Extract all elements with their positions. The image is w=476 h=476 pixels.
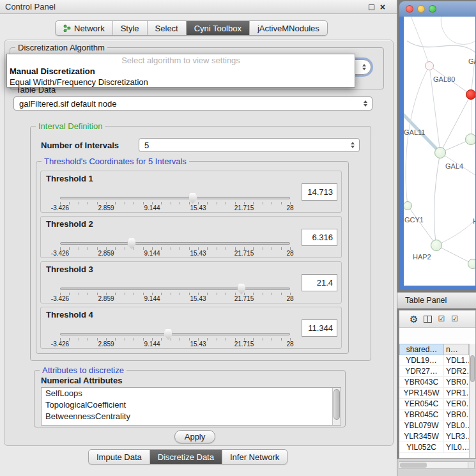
network-window-titlebar[interactable] — [399, 1, 476, 17]
tab-discretize-data[interactable]: Discretize Data — [150, 450, 222, 464]
scrollbar-thumb[interactable] — [400, 463, 427, 468]
table-row[interactable]: YBR043CYBR0… — [399, 377, 469, 388]
checkbox-icon[interactable]: ☑ — [451, 315, 459, 323]
threshold-slider[interactable] — [60, 288, 290, 290]
node-label: GAL4 — [445, 162, 463, 170]
table-row[interactable]: YBR045CYBR0… — [399, 410, 469, 420]
threshold-label: Threshold 3 — [46, 265, 93, 274]
threshold-panel: Threshold 2 6.316 -3.426 2.859 9.144 15.… — [40, 216, 342, 258]
scale-label: 15.43 — [190, 295, 206, 302]
node-label: GA — [468, 58, 475, 65]
tab-style[interactable]: Style — [113, 21, 148, 35]
threshold-slider[interactable] — [60, 197, 290, 199]
tab-jactivemnodules[interactable]: jActiveMNodules — [250, 21, 327, 35]
table-horizontal-scrollbar[interactable] — [399, 461, 470, 469]
panel-title: Control Panel — [5, 2, 56, 12]
threshold-panel: Threshold 4 11.344 -3.426 2.859 9.144 15… — [40, 307, 342, 349]
close-button[interactable] — [406, 5, 413, 13]
network-node[interactable] — [434, 147, 446, 158]
tab-label: Network — [74, 24, 105, 33]
node-label: GAL80 — [433, 75, 455, 83]
threshold-slider[interactable] — [60, 333, 290, 335]
table-row[interactable]: YLR345WYLR3… — [399, 431, 469, 442]
column-header-name[interactable]: n… — [444, 344, 469, 355]
scale-label: 21.715 — [234, 250, 254, 257]
app-root: Control Panel × Network Style Select Cyn — [0, 0, 476, 476]
tab-label: Discretize Data — [158, 452, 214, 462]
table-rows: YDL19…YDL1… YDR27…YDR2… YBR043CYBR0… YPR… — [399, 355, 469, 458]
settings-gear-icon[interactable]: ⚙ — [410, 314, 418, 324]
scale-label: 2.859 — [98, 250, 114, 257]
table-row[interactable]: YBL079WYBL0… — [399, 420, 469, 431]
network-icon — [63, 24, 71, 32]
list-item[interactable]: SelfLoops — [42, 388, 341, 399]
columns-icon[interactable] — [424, 316, 432, 323]
network-canvas[interactable]: GAL80 GA GAL11 GAL4 GCY1 HAP2 H — [404, 17, 475, 286]
threshold-value-field[interactable]: 14.713 — [302, 183, 337, 201]
tab-label: Style — [121, 24, 139, 33]
group-title: Discretization Algorithm — [15, 43, 107, 52]
bottom-tab-bar: Impute Data Discretize Data Infer Networ… — [88, 449, 288, 464]
threshold-slider[interactable] — [60, 242, 290, 245]
close-icon[interactable]: × — [380, 3, 385, 12]
node-label: GCY1 — [404, 216, 424, 224]
table-row[interactable]: YIL052CYIL0… — [399, 442, 469, 453]
scale-label: 2.859 — [98, 295, 114, 302]
tab-label: Infer Network — [230, 452, 279, 462]
scale-label: -3.426 — [51, 204, 69, 211]
list-scrollbar[interactable] — [332, 388, 341, 425]
scrollbar-thumb[interactable] — [334, 389, 340, 420]
list-item[interactable]: BetweennessCentrality — [42, 411, 341, 422]
float-window-icon[interactable] — [369, 4, 374, 10]
scale-label: 21.715 — [234, 204, 254, 211]
select-all-checkbox-icon[interactable]: ☑ — [438, 315, 445, 323]
scale-label: 9.144 — [144, 204, 160, 211]
threshold-value-field[interactable]: 21.4 — [302, 274, 337, 291]
tab-label: Select — [155, 24, 178, 33]
scale-label: 21.715 — [234, 341, 254, 348]
tab-cyni-toolbox[interactable]: Cyni Toolbox — [187, 21, 250, 35]
slider-scale: -3.426 2.859 9.144 15.43 21.715 28 — [60, 341, 290, 348]
zoom-button[interactable] — [429, 5, 436, 13]
right-column: GAL80 GA GAL11 GAL4 GCY1 HAP2 H Table Pa… — [397, 0, 476, 476]
network-node-selected[interactable] — [466, 89, 475, 100]
algorithm-option[interactable]: Manual Discretization — [7, 66, 355, 77]
scale-label: 21.715 — [234, 295, 254, 302]
tab-infer-network[interactable]: Infer Network — [222, 450, 287, 464]
node-label: GAL11 — [404, 128, 425, 136]
apply-button[interactable]: Apply — [174, 430, 215, 443]
network-node[interactable] — [465, 134, 475, 145]
table-row[interactable]: YPR145WYPR1… — [399, 388, 469, 399]
table-data-value: galFiltered.sif default node — [14, 99, 364, 109]
network-window: GAL80 GA GAL11 GAL4 GCY1 HAP2 H — [399, 1, 476, 290]
scrollbar-thumb[interactable] — [470, 355, 475, 382]
network-node[interactable] — [468, 259, 475, 269]
tab-network[interactable]: Network — [56, 21, 113, 35]
algorithm-option[interactable]: Equal Width/Frequency Discretization — [7, 77, 355, 88]
tab-impute-data[interactable]: Impute Data — [89, 450, 150, 464]
updown-arrows-icon — [364, 100, 367, 107]
network-node[interactable] — [425, 61, 434, 70]
updown-arrows-icon — [362, 64, 366, 70]
column-header-shared-name[interactable]: shared… — [399, 344, 444, 355]
table-vertical-scrollbar[interactable] — [469, 344, 475, 458]
threshold-panel: Threshold 3 21.4 -3.426 2.859 9.144 15.4… — [40, 261, 342, 303]
table-row[interactable]: YDR27…YDR2… — [399, 366, 469, 377]
threshold-label: Threshold 2 — [46, 219, 93, 229]
list-item[interactable]: TopologicalCoefficient — [42, 399, 341, 411]
network-node[interactable] — [431, 240, 442, 251]
tab-select[interactable]: Select — [148, 21, 187, 35]
scale-label: 9.144 — [144, 250, 160, 257]
minimize-button[interactable] — [417, 5, 425, 13]
scale-label: 28 — [286, 204, 293, 211]
threshold-value-field[interactable]: 11.344 — [302, 319, 337, 337]
table-data-combobox[interactable]: galFiltered.sif default node — [13, 96, 372, 111]
number-of-intervals-combobox[interactable]: 5 — [139, 138, 360, 152]
table-row[interactable]: YDL19…YDL1… — [399, 355, 469, 366]
group-title: Attributes to discretize — [40, 365, 127, 375]
table-row[interactable]: YER054CYER0… — [399, 399, 469, 410]
scale-label: 2.859 — [98, 204, 114, 211]
group-title: Interval Definition — [36, 121, 105, 131]
threshold-value-field[interactable]: 6.316 — [302, 229, 337, 246]
slider-scale: -3.426 2.859 9.144 15.43 21.715 28 — [60, 295, 290, 303]
